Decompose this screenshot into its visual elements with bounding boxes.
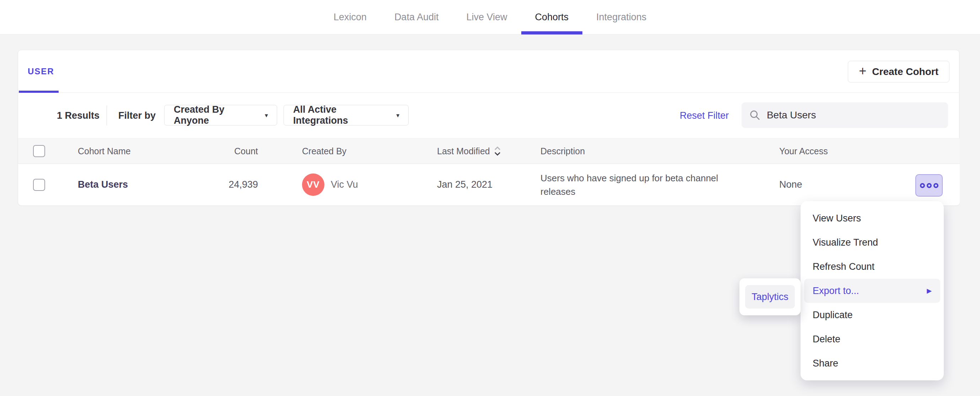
cohorts-card: USER + Create Cohort 1 Results Filter by… <box>18 50 959 206</box>
your-access-cell: None <box>779 164 802 206</box>
tab-integrations[interactable]: Integrations <box>582 0 660 34</box>
menu-item-refresh-count[interactable]: Refresh Count <box>804 254 940 279</box>
integrations-dropdown[interactable]: All Active Integrations ▼ <box>283 105 409 126</box>
menu-item-label: View Users <box>813 213 861 224</box>
created-by-dropdown-value: Created By Anyone <box>174 104 257 126</box>
menu-item-export-to[interactable]: Export to... ▶ <box>804 279 940 303</box>
ellipsis-icon <box>927 183 932 188</box>
menu-item-label: Duplicate <box>813 310 853 321</box>
cohort-type-tabbar: USER + Create Cohort <box>18 50 959 93</box>
filter-by-label: Filter by <box>118 93 156 138</box>
chevron-down-icon: ▼ <box>264 112 269 118</box>
create-cohort-label: Create Cohort <box>872 66 939 78</box>
top-navigation: Lexicon Data Audit Live View Cohorts Int… <box>0 0 980 35</box>
created-by-name: Vic Vu <box>331 179 358 190</box>
search-icon <box>749 109 760 121</box>
submenu-item-taplytics[interactable]: Taplytics <box>745 285 795 308</box>
header-your-access: Your Access <box>779 139 828 163</box>
menu-item-label: Delete <box>813 334 840 345</box>
results-count: 1 Results <box>57 93 100 138</box>
tab-lexicon[interactable]: Lexicon <box>320 0 380 34</box>
ellipsis-icon <box>920 183 925 188</box>
tab-live-view[interactable]: Live View <box>452 0 521 34</box>
cohort-name-link[interactable]: Beta Users <box>78 179 128 190</box>
menu-item-share[interactable]: Share <box>804 351 940 375</box>
menu-item-delete[interactable]: Delete <box>804 327 940 351</box>
tab-data-audit[interactable]: Data Audit <box>380 0 453 34</box>
header-count: Count <box>196 139 258 163</box>
header-description: Description <box>541 139 585 163</box>
last-modified-cell: Jan 25, 2021 <box>437 164 493 206</box>
reset-filter-link[interactable]: Reset Filter <box>680 93 729 138</box>
cohorts-page: Lexicon Data Audit Live View Cohorts Int… <box>0 0 980 396</box>
table-row: Beta Users 24,939 VV Vic Vu Jan 25, 2021… <box>18 164 960 206</box>
plus-icon: + <box>859 65 866 78</box>
header-created-by: Created By <box>302 139 347 163</box>
submenu-arrow-icon: ▶ <box>927 287 932 295</box>
header-last-modified[interactable]: Last Modified <box>437 139 501 163</box>
ellipsis-icon <box>934 183 939 188</box>
filter-bar: 1 Results Filter by Created By Anyone ▼ … <box>18 93 959 138</box>
export-submenu: Taplytics <box>740 278 800 315</box>
search-box <box>741 102 948 128</box>
menu-item-label: Share <box>813 358 838 369</box>
cohort-count: 24,939 <box>196 164 258 206</box>
menu-item-visualize-trend[interactable]: Visualize Trend <box>804 230 940 254</box>
menu-item-duplicate[interactable]: Duplicate <box>804 303 940 327</box>
row-actions-button[interactable] <box>915 174 943 196</box>
menu-item-view-users[interactable]: View Users <box>804 206 940 230</box>
menu-item-label: Refresh Count <box>813 261 875 272</box>
description-cell: Users who have signed up for beta channe… <box>541 171 729 198</box>
menu-item-label: Visualize Trend <box>813 237 878 248</box>
menu-item-label: Export to... <box>813 286 859 297</box>
header-cohort-name: Cohort Name <box>78 139 131 163</box>
sort-icon[interactable] <box>493 145 501 157</box>
header-last-modified-label: Last Modified <box>437 146 490 156</box>
create-cohort-button[interactable]: + Create Cohort <box>848 61 950 83</box>
tab-user[interactable]: USER <box>28 67 54 77</box>
select-all-checkbox[interactable] <box>33 145 45 157</box>
integrations-dropdown-value: All Active Integrations <box>293 104 389 126</box>
avatar: VV <box>302 174 325 196</box>
chevron-down-icon: ▼ <box>395 112 401 118</box>
divider <box>107 105 107 126</box>
row-actions-menu: View Users Visualize Trend Refresh Count… <box>800 201 944 380</box>
created-by-dropdown[interactable]: Created By Anyone ▼ <box>164 105 277 126</box>
tab-cohorts[interactable]: Cohorts <box>521 0 583 34</box>
search-input[interactable] <box>767 110 941 121</box>
created-by-cell: VV Vic Vu <box>302 164 358 206</box>
table-header: Cohort Name Count Created By Last Modifi… <box>18 138 960 164</box>
row-checkbox[interactable] <box>33 179 45 191</box>
